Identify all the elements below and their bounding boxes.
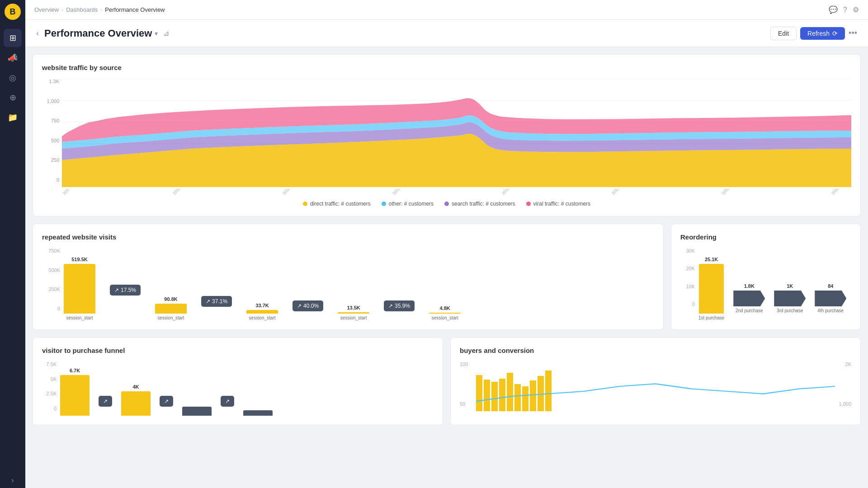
arrow-icon-vf: ↗ <box>103 398 108 404</box>
rv-arrow-1-wrap: ↗ 17.5% <box>110 285 141 296</box>
buyers-conversion-card: buyers and conversion 100 50 2K 1,000 <box>450 337 861 425</box>
app-logo[interactable]: B <box>5 4 21 20</box>
rv-arrow-3-wrap: ↗ 40.0% <box>292 300 323 311</box>
rv-bar-4-wrap: 13.5K session_start <box>338 305 369 320</box>
refresh-label: Refresh <box>807 30 830 37</box>
vf-bar-1-value: 6.7K <box>70 368 80 373</box>
title-dropdown-icon[interactable]: ▾ <box>155 30 158 37</box>
vf-bar-3-wrap <box>182 407 212 416</box>
traffic-chart-title: website traffic by source <box>42 64 851 71</box>
edit-button[interactable]: Edit <box>770 27 797 40</box>
bc-bar-9 <box>538 376 544 411</box>
ro-bar-1-value: 25.1K <box>705 257 718 262</box>
ro-arrow-1-wrap: 1.8K 2nd purchase <box>733 283 765 313</box>
sidebar-item-analytics[interactable]: ◎ <box>4 69 22 87</box>
bc-bar-5 <box>507 373 513 411</box>
filter-button[interactable]: ⊿ <box>163 29 169 38</box>
back-button[interactable]: ‹ <box>36 28 39 38</box>
ro-arrow-2 <box>774 291 806 306</box>
legend-dot-other <box>382 202 386 206</box>
settings-icon[interactable]: ⚙ <box>853 5 859 14</box>
bc-yr-2k: 2K <box>837 361 851 367</box>
vf-y-2.5k: 2.5K <box>42 391 57 396</box>
ro-bar-1-wrap: 25.1K 1st purchase <box>698 257 724 320</box>
reordering-card: Reordering 30K 20K 10K 0 25.1K <box>671 224 861 330</box>
sidebar-item-files[interactable]: 📁 <box>4 108 22 127</box>
ro-y-10k: 10K <box>680 284 695 289</box>
legend-label-other: other: # customers <box>389 201 434 207</box>
vf-bar-4-wrap <box>243 410 273 416</box>
rv-bar-2-label: session_start <box>158 315 184 320</box>
rv-y-500k: 500K <box>42 267 60 273</box>
sidebar-expand-btn[interactable]: › <box>11 476 14 484</box>
rv-pct-3: 40.0% <box>303 303 319 309</box>
rv-arrow-1: ↗ 17.5% <box>110 285 141 296</box>
legend-dot-search <box>444 202 449 206</box>
rv-bar-4 <box>338 312 369 314</box>
bc-bar-1 <box>476 375 482 411</box>
header-actions: Edit Refresh ⟳ ••• <box>770 27 857 40</box>
bc-bar-10 <box>545 371 552 411</box>
sidebar-item-data[interactable]: ⊕ <box>4 89 22 107</box>
breadcrumb-dashboards[interactable]: Dashboards <box>66 6 98 13</box>
topnav: Overview › Dashboards › Performance Over… <box>25 0 868 20</box>
main-area: Overview › Dashboards › Performance Over… <box>25 0 868 488</box>
arrow-up-icon-2: ↗ <box>206 298 210 305</box>
legend-label-direct: direct traffic: # customers <box>310 201 371 207</box>
ro-y-30k: 30K <box>680 248 695 253</box>
ro-y-20k: 20K <box>680 266 695 271</box>
help-icon[interactable]: ? <box>843 6 847 14</box>
ro-arrow-1-label: 2nd purchase <box>736 308 763 313</box>
bc-yr-1000: 1,000 <box>837 401 851 407</box>
buyers-title: buyers and conversion <box>460 347 851 354</box>
bc-bar-8 <box>530 380 536 411</box>
legend-other: other: # customers <box>382 201 434 207</box>
legend-viral: viral traffic: # customers <box>526 201 590 207</box>
refresh-button[interactable]: Refresh ⟳ <box>800 27 845 40</box>
ro-arrow-2-value: 1K <box>787 283 793 289</box>
content-area: website traffic by source 1.3K 1,000 750… <box>25 47 868 488</box>
page-title: Performance Overview <box>44 28 152 39</box>
chart-legend: direct traffic: # customers other: # cus… <box>42 201 851 207</box>
legend-search: search traffic: # customers <box>444 201 515 207</box>
legend-label-viral: viral traffic: # customers <box>533 201 590 207</box>
vf-y-7.5k: 7.5K <box>42 361 57 367</box>
legend-dot-direct <box>303 202 307 206</box>
x-label-6: 2019-09-12 <box>611 189 629 196</box>
rv-bar-4-label: session_start <box>340 315 367 320</box>
traffic-area-chart <box>62 79 851 187</box>
x-label-2: 2018-04-10 <box>172 189 190 196</box>
x-label-start: 2017-12-31 <box>62 189 80 196</box>
rv-bar-1-wrap: 519.5K session_start <box>64 257 95 320</box>
ro-arrow-3-wrap: 84 4th purchase <box>815 283 846 313</box>
rv-bar-2-value: 90.8K <box>164 296 177 302</box>
breadcrumb-overview[interactable]: Overview <box>34 6 59 13</box>
sidebar-item-dashboard[interactable]: ⊞ <box>4 29 22 47</box>
chat-icon[interactable]: 💬 <box>829 5 838 14</box>
rv-y-0: 0 <box>42 306 60 311</box>
rv-arrow-2-wrap: ↗ 37.1% <box>201 296 232 307</box>
vf-y-0: 0 <box>42 406 57 411</box>
vf-arrow-2-wrap: ↗ <box>160 396 173 407</box>
bc-bar-6 <box>514 384 521 411</box>
breadcrumb-sep-2: › <box>100 7 102 13</box>
vf-bar-1-wrap: 6.7K <box>60 368 90 416</box>
sidebar: B ⊞ 📣 ◎ ⊕ 📁 › <box>0 0 25 488</box>
ro-arrow-3 <box>815 291 846 306</box>
more-options-button[interactable]: ••• <box>849 28 857 38</box>
bc-y-100: 100 <box>460 361 472 367</box>
rv-bar-5 <box>429 313 461 314</box>
sidebar-item-campaigns[interactable]: 📣 <box>4 49 22 67</box>
funnel-title: visitor to purchase funnel <box>42 347 434 354</box>
breadcrumb-current: Performance Overview <box>105 6 165 13</box>
rv-bar-3 <box>246 310 278 314</box>
x-label-3: 2018-08-18 <box>282 189 300 196</box>
vf-bar-2-wrap: 4K <box>121 384 151 416</box>
arrow-up-icon-1: ↗ <box>114 287 119 293</box>
x-label-end: 2020-09-21 <box>830 189 849 196</box>
y-label-1000: 1,000 <box>42 99 59 104</box>
ro-arrow-2-wrap: 1K 3rd purchase <box>774 283 806 313</box>
ro-bar-1-label: 1st purchase <box>698 315 724 320</box>
rv-bar-2 <box>155 304 187 314</box>
rv-bar-3-value: 33.7K <box>255 303 269 308</box>
